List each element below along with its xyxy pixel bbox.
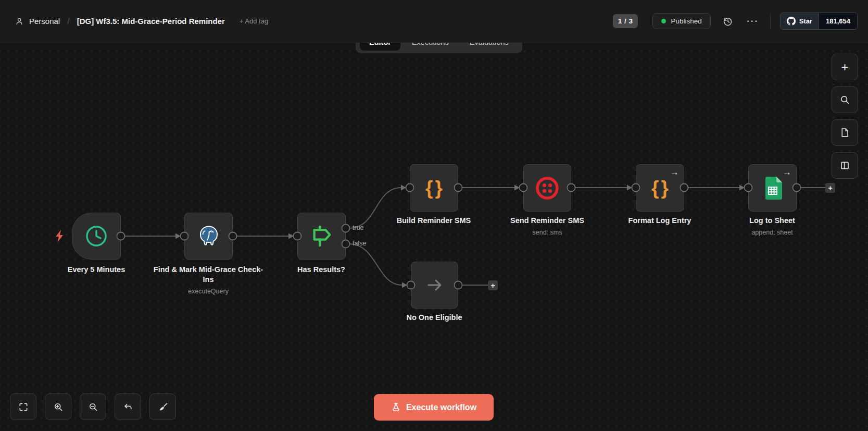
history-button[interactable] — [720, 14, 736, 29]
arrow-right-icon — [424, 275, 445, 295]
broom-icon — [158, 402, 168, 412]
node-label: Every 5 Minutes — [68, 265, 125, 275]
flask-icon — [391, 402, 401, 412]
node-label: Build Reminder SMS — [397, 216, 471, 226]
add-node-after-noop-button[interactable]: + — [488, 280, 498, 290]
node-subtitle: append: sheet — [749, 228, 795, 237]
output-label-true: true — [353, 224, 364, 231]
published-status[interactable]: Published — [652, 13, 710, 29]
twilio-icon — [535, 176, 560, 201]
breadcrumb-project[interactable]: Personal — [29, 17, 60, 26]
top-bar: Personal / [DG] Wf3.5: Mid-Grace-Period … — [0, 0, 868, 43]
clock-icon — [84, 224, 108, 248]
add-node-after-sheet-button[interactable]: + — [825, 183, 835, 193]
add-tag-button[interactable]: + Add tag — [240, 17, 268, 25]
node-build-reminder-sms[interactable]: {} — [410, 164, 458, 212]
n8n-workflow-editor: Every 5 Minutes Find & Mark Mid-Grace Ch… — [0, 0, 868, 431]
node-label: Format Log Entry — [628, 216, 691, 226]
github-icon — [787, 17, 796, 26]
search-icon — [839, 94, 850, 105]
node-no-one-eligible[interactable] — [411, 262, 458, 309]
fit-view-icon — [18, 402, 29, 412]
zoom-in-icon — [53, 402, 64, 412]
person-icon — [15, 17, 24, 26]
node-subtitle: executeQuery — [152, 287, 265, 296]
execute-workflow-button[interactable]: Execute workflow — [374, 394, 494, 421]
node-has-results[interactable] — [297, 213, 346, 260]
sticky-note-button[interactable] — [832, 119, 858, 146]
zoom-out-icon — [88, 402, 98, 412]
add-node-button[interactable]: + — [832, 54, 858, 80]
postgres-icon — [197, 224, 221, 248]
panel-icon — [839, 160, 850, 171]
ellipsis-icon: ··· — [747, 16, 759, 27]
more-options-button[interactable]: ··· — [745, 14, 761, 29]
forward-arrow-icon: → — [670, 168, 679, 177]
status-dot — [661, 19, 666, 23]
github-star-count: 181,654 — [819, 13, 857, 29]
document-icon — [839, 127, 850, 138]
undo-icon — [123, 402, 133, 412]
code-braces-icon: {} — [649, 177, 671, 199]
toggle-panel-button[interactable] — [832, 152, 858, 179]
search-button[interactable] — [832, 87, 858, 113]
node-label: Log to Sheet append: sheet — [749, 216, 795, 237]
github-star-widget[interactable]: Star 181,654 — [780, 13, 858, 30]
tidy-up-button[interactable] — [149, 393, 176, 420]
code-braces-icon: {} — [423, 177, 445, 199]
execute-workflow-label: Execute workflow — [406, 403, 476, 412]
canvas-zoom-controls — [10, 393, 176, 420]
node-log-to-sheet[interactable]: → — [748, 164, 797, 212]
history-icon — [723, 16, 733, 27]
node-format-log-entry[interactable]: → {} — [636, 164, 684, 212]
signpost-icon — [310, 224, 334, 248]
node-label: Send Reminder SMS send: sms — [510, 216, 584, 237]
github-star-label: Star — [799, 17, 812, 25]
zoom-in-button[interactable] — [45, 393, 71, 420]
node-label: Find & Mark Mid-Grace Check-Ins executeQ… — [152, 265, 265, 296]
workflow-title[interactable]: [DG] Wf3.5: Mid-Grace-Period Reminder — [77, 17, 225, 26]
header-divider — [770, 14, 771, 29]
node-label: No One Eligible — [406, 313, 462, 323]
plus-icon: + — [841, 61, 848, 73]
node-find-mark-mid-grace[interactable] — [184, 213, 233, 260]
version-badge: 1 / 3 — [613, 14, 638, 28]
output-label-false: false — [353, 240, 366, 247]
breadcrumb-separator: / — [65, 17, 71, 26]
forward-arrow-icon: → — [783, 168, 791, 177]
fit-view-button[interactable] — [10, 393, 36, 420]
node-send-reminder-sms[interactable] — [523, 164, 571, 212]
node-label: Has Results? — [297, 265, 345, 275]
zoom-out-button[interactable] — [80, 393, 106, 420]
node-every-5-minutes[interactable] — [72, 213, 121, 260]
workflow-canvas[interactable] — [0, 43, 868, 431]
canvas-side-rail: + — [832, 54, 858, 179]
node-subtitle: send: sms — [510, 228, 584, 237]
trigger-bolt-icon — [54, 229, 66, 243]
google-sheets-icon — [763, 177, 782, 200]
undo-button[interactable] — [115, 393, 141, 420]
